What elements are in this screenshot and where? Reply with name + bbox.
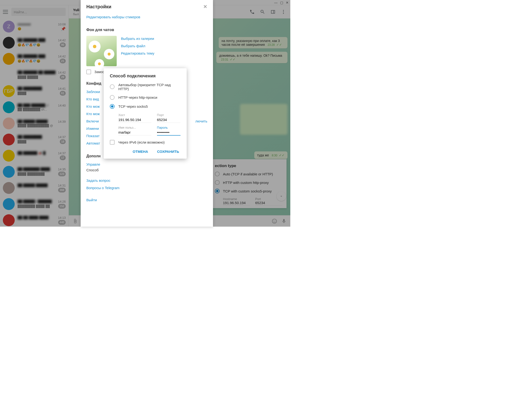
radio-auto[interactable]: Автовыбор (приоритет TCP над HTTP) <box>110 83 180 91</box>
radio-icon <box>110 104 114 109</box>
logout-link[interactable]: Выйти <box>86 196 207 203</box>
choose-from-gallery-link[interactable]: Выбрать из галереи <box>121 35 207 42</box>
host-input[interactable] <box>118 117 151 123</box>
cancel-button[interactable]: ОТМЕНА <box>131 147 149 155</box>
ask-question-link[interactable]: Задать вопрос <box>86 177 207 184</box>
save-button[interactable]: СОХРАНИТЬ <box>156 147 180 155</box>
radio-icon <box>110 95 114 100</box>
close-settings-button[interactable]: ✕ <box>203 4 207 10</box>
edit-theme-link[interactable]: Редактировать тему <box>121 50 207 57</box>
checkbox-icon <box>110 140 114 145</box>
radio-http-proxy[interactable]: HTTP через http-прокси <box>110 95 180 100</box>
password-input[interactable] <box>157 130 180 135</box>
radio-socks5[interactable]: TCP через socks5 <box>110 104 180 109</box>
port-input[interactable] <box>157 117 180 123</box>
dialog-title: Способ подключения <box>110 73 180 78</box>
manage-storage-link[interactable]: Управле <box>86 161 207 168</box>
settings-title: Настройки <box>86 4 112 10</box>
wallpaper-preview[interactable] <box>86 36 117 66</box>
connection-type-dialog: Способ подключения Автовыбор (приоритет … <box>104 68 187 158</box>
choose-file-link[interactable]: Выбрать файл <box>121 42 207 50</box>
port-label: Порт <box>157 113 180 116</box>
chat-background-title: Фон для чатов <box>86 28 207 32</box>
local-passcode-link[interactable]: Включи <box>86 117 99 125</box>
username-label: Имя польз... <box>118 126 151 129</box>
radio-icon <box>110 84 114 89</box>
host-label: Хост <box>118 113 151 116</box>
connection-type-setting[interactable]: Способ <box>86 166 99 174</box>
ipv6-checkbox[interactable]: Через IPv6 (если возможно) <box>110 140 180 145</box>
telegram-faq-link[interactable]: Вопросы о Telegram <box>86 184 207 192</box>
username-input[interactable] <box>118 130 151 135</box>
two-step-verification-link[interactable]: лючить <box>195 117 207 125</box>
checkbox-icon <box>86 69 91 74</box>
password-label: Пароль <box>157 126 180 129</box>
edit-sticker-sets-link[interactable]: Редактировать наборы стикеров <box>86 13 207 21</box>
